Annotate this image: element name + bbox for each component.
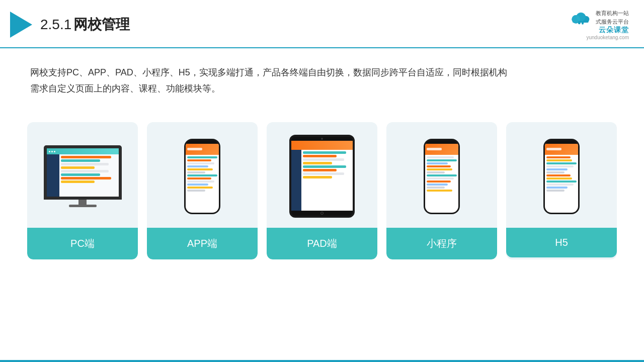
tablet-row-7 <box>303 172 344 175</box>
pc-dot-2 <box>51 151 53 152</box>
card-app: APP端 <box>147 122 258 259</box>
tablet-camera <box>321 138 323 140</box>
phone-row-4 <box>187 165 208 167</box>
phone-row-11 <box>187 187 213 189</box>
card-pc-image <box>27 122 138 228</box>
card-h5-image <box>506 122 617 228</box>
card-app-image <box>147 122 258 228</box>
phone-header-stripe-3 <box>545 144 578 155</box>
mp-row-1 <box>427 156 454 158</box>
description-text: 网校支持PC、APP、PAD、小程序、H5，实现多端打通，产品各终端自由切换，数… <box>0 48 644 107</box>
phone-header-text-2 <box>427 148 442 150</box>
h5-row-1 <box>546 156 571 158</box>
mp-row-8 <box>427 177 454 179</box>
h5-row-9 <box>546 180 577 183</box>
pc-screen-inner <box>47 148 119 197</box>
phone-app-device <box>184 139 220 214</box>
mp-row-3 <box>427 162 448 164</box>
tablet-device <box>289 135 355 218</box>
h5-row-11 <box>546 187 568 189</box>
phone-header-stripe <box>186 144 219 155</box>
pc-row-1 <box>61 156 112 158</box>
svg-point-7 <box>582 21 584 24</box>
tablet-screen-area <box>291 141 353 211</box>
card-pad-label: PAD端 <box>267 228 377 259</box>
phone-body-content-2 <box>425 155 458 194</box>
phone-row-12 <box>187 190 205 192</box>
pc-dot-3 <box>54 151 55 152</box>
card-pad-image <box>267 122 377 228</box>
tablet-row-8 <box>303 176 332 178</box>
description-paragraph: 网校支持PC、APP、PAD、小程序、H5，实现多端打通，产品各终端自由切换，数… <box>30 64 614 97</box>
logo-triangle-icon <box>10 12 32 38</box>
tablet-body <box>291 150 353 211</box>
pc-sidebar-mini <box>47 154 59 197</box>
phone-row-1 <box>187 156 217 158</box>
phone-row-9 <box>187 180 214 183</box>
h5-row-12 <box>546 190 565 192</box>
brand-url: yunduoketang.com <box>586 35 629 40</box>
phone-h5-device <box>543 139 580 214</box>
pc-screen-wrapper <box>44 145 122 200</box>
brand-text-block: 教育机构一站 式服务云平台 <box>596 9 629 26</box>
phone-body-content <box>186 155 219 194</box>
pc-screen-header <box>47 148 119 154</box>
tablet-home-button <box>320 212 324 215</box>
h5-row-3 <box>546 162 577 164</box>
card-app-label: APP端 <box>147 228 258 259</box>
svg-point-6 <box>578 21 581 24</box>
cards-section: PC端 <box>0 112 644 259</box>
cloud-icon <box>568 10 593 25</box>
tablet-row-4 <box>303 162 332 164</box>
pc-row-5 <box>61 170 109 172</box>
tablet-top-bar <box>291 137 353 141</box>
tablet-row-2 <box>303 155 337 157</box>
card-pc: PC端 <box>27 122 138 259</box>
phone-row-7 <box>187 174 217 176</box>
pc-row-7 <box>61 177 112 179</box>
phone-screen-area-3 <box>545 144 578 213</box>
brand-top-row: 教育机构一站 式服务云平台 <box>568 9 629 26</box>
mp-row-4 <box>427 165 451 167</box>
pc-screen-body <box>47 154 119 197</box>
phone-row-3 <box>187 162 214 164</box>
mp-row-6 <box>427 171 445 173</box>
pc-row-8 <box>61 180 95 183</box>
card-miniprogram-label: 小程序 <box>386 228 497 259</box>
card-h5: H5 <box>506 122 617 259</box>
h5-row-6 <box>546 171 565 173</box>
brand-name: 云朵课堂 <box>599 26 629 35</box>
tablet-bottom-bar <box>291 211 353 216</box>
phone-row-6 <box>187 171 205 173</box>
tablet-nav <box>291 150 301 211</box>
tablet-header <box>291 141 353 150</box>
h5-row-8 <box>546 177 572 179</box>
tablet-row-1 <box>303 151 346 154</box>
card-h5-label: H5 <box>506 228 617 257</box>
brand-slogan: 教育机构一站 式服务云平台 <box>596 9 629 26</box>
page-title: 2.5.1网校管理 <box>40 15 130 34</box>
pc-row-2 <box>61 159 100 162</box>
mp-row-10 <box>427 184 448 186</box>
pc-row-4 <box>61 166 95 169</box>
tablet-row-5 <box>303 165 346 168</box>
phone-header-stripe-2 <box>425 144 458 155</box>
phone-notch <box>196 141 208 144</box>
phone-header-text <box>187 148 202 150</box>
mp-row-5 <box>427 168 452 170</box>
card-pad: PAD端 <box>267 122 377 259</box>
phone-row-10 <box>187 184 208 186</box>
tablet-row-3 <box>303 158 344 161</box>
h5-row-7 <box>546 174 571 176</box>
phone-miniprogram-device <box>424 139 460 214</box>
bottom-border <box>0 360 644 362</box>
tablet-row-6 <box>303 169 337 171</box>
svg-point-5 <box>577 12 586 21</box>
pc-foot <box>69 205 97 207</box>
phone-body-content-3 <box>545 155 578 194</box>
phone-row-8 <box>187 177 211 179</box>
header-left: 2.5.1网校管理 <box>10 12 130 38</box>
section-number: 2.5.1 <box>40 17 71 32</box>
pc-main-mini <box>59 154 119 197</box>
tablet-main <box>301 150 353 211</box>
